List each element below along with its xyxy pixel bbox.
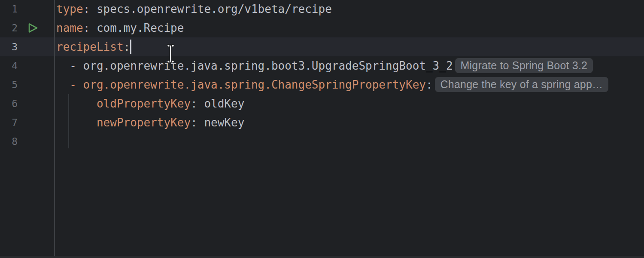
code-segment: : oldKey xyxy=(191,94,244,113)
code-segment: name xyxy=(56,18,83,37)
code-line[interactable]: oldPropertyKey: oldKey xyxy=(56,94,644,113)
line-number[interactable]: 3 xyxy=(0,37,18,56)
code-segment: : specs.openrewrite.org/v1beta/recipe xyxy=(83,0,332,18)
run-icon[interactable] xyxy=(27,22,39,34)
code-segment: : xyxy=(124,37,131,56)
editor-gutter: 12345678 xyxy=(0,0,54,258)
code-segment: : newKey xyxy=(191,113,244,132)
line-number[interactable]: 2 xyxy=(0,18,18,37)
ibeam-cursor xyxy=(166,44,176,64)
code-segment: - org.openrewrite.java.spring.ChangeSpri… xyxy=(70,75,426,94)
text-caret xyxy=(130,40,131,54)
code-line[interactable]: - org.openrewrite.java.spring.ChangeSpri… xyxy=(56,75,644,94)
code-line[interactable]: - org.openrewrite.java.spring.boot3.Upgr… xyxy=(56,56,644,75)
inlay-hint[interactable]: Change the key of a spring app… xyxy=(435,77,609,92)
indent-guide xyxy=(68,94,69,148)
code-segment: recipeList xyxy=(56,37,124,56)
code-segment: oldPropertyKey xyxy=(97,94,191,113)
bottom-edge-bar xyxy=(0,256,644,258)
gutter-row: 4 xyxy=(0,56,54,75)
code-segment: - org.openrewrite.java.spring.boot3.Upgr… xyxy=(56,56,453,75)
line-number[interactable]: 8 xyxy=(0,132,18,151)
inlay-hint[interactable]: Migrate to Spring Boot 3.2 xyxy=(455,58,593,73)
gutter-row: 8 xyxy=(0,132,54,151)
code-line[interactable]: recipeList: xyxy=(56,37,644,56)
code-editor: 12345678 type: specs.openrewrite.org/v1b… xyxy=(0,0,644,258)
line-number[interactable]: 1 xyxy=(0,0,18,18)
code-line[interactable]: type: specs.openrewrite.org/v1beta/recip… xyxy=(56,0,644,18)
gutter-row: 2 xyxy=(0,18,54,37)
gutter-row: 7 xyxy=(0,113,54,132)
line-number[interactable]: 7 xyxy=(0,113,18,132)
line-number[interactable]: 6 xyxy=(0,94,18,113)
code-segment: : xyxy=(426,75,433,94)
code-segment: newPropertyKey xyxy=(97,113,191,132)
code-segment: type xyxy=(56,0,83,18)
code-segment xyxy=(56,94,97,113)
code-segment xyxy=(56,113,97,132)
code-line[interactable]: newPropertyKey: newKey xyxy=(56,113,644,132)
code-segment: : com.my.Recipe xyxy=(83,18,184,37)
gutter-row: 5 xyxy=(0,75,54,94)
code-line[interactable] xyxy=(56,132,644,151)
line-number[interactable]: 4 xyxy=(0,56,18,75)
gutter-row: 6 xyxy=(0,94,54,113)
code-area[interactable]: type: specs.openrewrite.org/v1beta/recip… xyxy=(56,0,644,151)
line-number[interactable]: 5 xyxy=(0,75,18,94)
gutter-row: 1 xyxy=(0,0,54,18)
code-segment xyxy=(56,75,70,94)
gutter-row: 3 xyxy=(0,37,54,56)
code-line[interactable]: name: com.my.Recipe xyxy=(56,18,644,37)
gutter-separator xyxy=(54,0,55,256)
